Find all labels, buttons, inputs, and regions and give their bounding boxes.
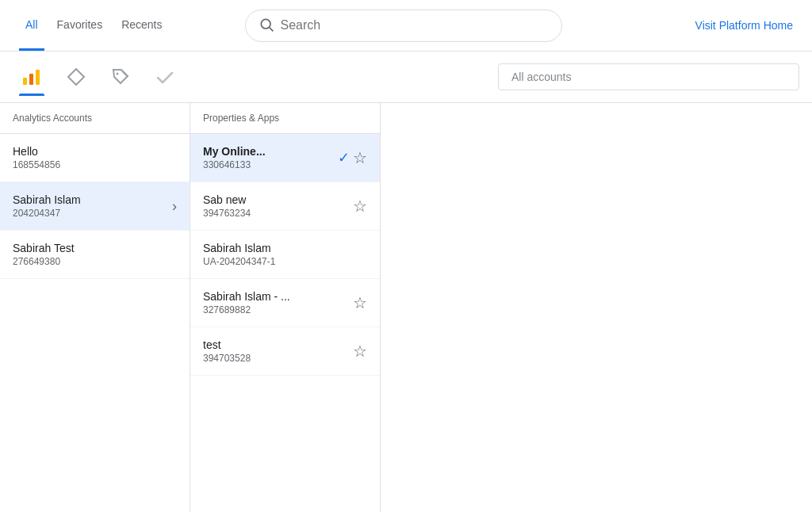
account-item-sabirah-test[interactable]: Sabirah Test 276649380 bbox=[0, 231, 190, 279]
svg-rect-4 bbox=[36, 70, 40, 85]
svg-rect-2 bbox=[23, 78, 27, 85]
search-input[interactable] bbox=[281, 18, 549, 32]
checkmark-toolbar-icon[interactable] bbox=[146, 58, 184, 96]
svg-line-1 bbox=[269, 27, 273, 31]
diamond-toolbar-icon[interactable] bbox=[57, 58, 95, 96]
prop-actions-test: ☆ bbox=[353, 342, 367, 361]
nav-tabs: All Favorites Recents bbox=[19, 0, 169, 51]
all-accounts-filter[interactable]: All accounts bbox=[498, 63, 799, 90]
search-bar[interactable] bbox=[245, 10, 562, 42]
svg-point-5 bbox=[117, 73, 119, 75]
prop-actions-my-online: ✓ ☆ bbox=[338, 148, 367, 167]
property-item-my-online[interactable]: My Online... 330646133 ✓ ☆ bbox=[190, 134, 380, 182]
star-icon-test[interactable]: ☆ bbox=[353, 342, 367, 361]
top-nav: All Favorites Recents Visit Platform Hom… bbox=[0, 0, 812, 52]
tab-all[interactable]: All bbox=[19, 0, 44, 51]
svg-point-0 bbox=[261, 19, 270, 29]
star-icon-sabirah-dots[interactable]: ☆ bbox=[353, 293, 367, 312]
properties-panel-header: Properties & Apps bbox=[190, 103, 380, 134]
property-item-sabirah-islam[interactable]: Sabirah Islam UA-204204347-1 bbox=[190, 231, 380, 279]
tag-toolbar-icon[interactable] bbox=[102, 58, 140, 96]
star-icon-my-online[interactable]: ☆ bbox=[353, 148, 367, 167]
properties-panel: Properties & Apps My Online... 330646133… bbox=[190, 103, 381, 512]
main-content: Analytics Accounts Hello 168554856 Sabir… bbox=[0, 103, 812, 512]
accounts-panel: Analytics Accounts Hello 168554856 Sabir… bbox=[0, 103, 190, 512]
property-item-sabirah-islam-dots[interactable]: Sabirah Islam - ... 327689882 ☆ bbox=[190, 279, 380, 327]
account-item-hello[interactable]: Hello 168554856 bbox=[0, 134, 190, 182]
prop-actions-sabirah-dots: ☆ bbox=[353, 293, 367, 312]
star-icon-sab-new[interactable]: ☆ bbox=[353, 197, 367, 216]
svg-rect-3 bbox=[29, 74, 33, 85]
analytics-toolbar-icon[interactable] bbox=[13, 58, 51, 96]
right-panel bbox=[381, 103, 812, 512]
visit-platform-link[interactable]: Visit Platform Home bbox=[695, 19, 793, 32]
prop-actions-sab-new: ☆ bbox=[353, 197, 367, 216]
property-item-test[interactable]: test 394703528 ☆ bbox=[190, 327, 380, 376]
tab-favorites[interactable]: Favorites bbox=[51, 0, 109, 51]
icon-toolbar: All accounts bbox=[0, 52, 812, 103]
accounts-panel-header: Analytics Accounts bbox=[0, 103, 190, 134]
account-item-sabirah-islam[interactable]: Sabirah Islam 204204347 › bbox=[0, 182, 190, 231]
tab-recents[interactable]: Recents bbox=[115, 0, 168, 51]
search-icon bbox=[259, 17, 274, 35]
property-item-sab-new[interactable]: Sab new 394763234 ☆ bbox=[190, 182, 380, 231]
chevron-right-icon: › bbox=[172, 198, 177, 215]
check-icon: ✓ bbox=[338, 149, 350, 166]
